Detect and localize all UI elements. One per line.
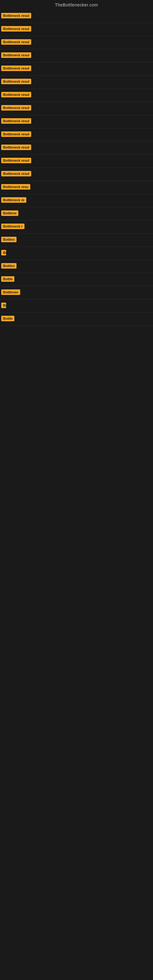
- bottleneck-row[interactable]: Bottleneck resul: [0, 128, 153, 142]
- bottleneck-row[interactable]: Bottlene: [0, 207, 153, 221]
- bottleneck-badge[interactable]: Bottle: [1, 316, 14, 321]
- bottleneck-badge[interactable]: Bottleneck r: [1, 224, 24, 229]
- bottleneck-row[interactable]: Bo: [0, 299, 153, 313]
- bottleneck-row[interactable]: Bottleneck resul: [0, 155, 153, 168]
- bottleneck-badge[interactable]: Bottle: [1, 276, 14, 282]
- bottleneck-badge[interactable]: Bo: [1, 302, 6, 308]
- bottleneck-row[interactable]: Bottle: [0, 313, 153, 326]
- bottleneck-badge[interactable]: Bottleneck resul: [1, 52, 31, 58]
- bottleneck-badge[interactable]: Bottleneck resul: [1, 158, 31, 163]
- bottleneck-row[interactable]: Bottleneck resul: [0, 142, 153, 155]
- bottleneck-row[interactable]: Bottleneck resul: [0, 115, 153, 128]
- bottleneck-badge[interactable]: Bottleneck resul: [1, 26, 31, 32]
- bottleneck-row[interactable]: Bottleneck resul: [0, 62, 153, 76]
- bottleneck-badge[interactable]: Bottleneck resul: [1, 92, 31, 97]
- bottleneck-badge[interactable]: Bo: [1, 250, 6, 255]
- bottleneck-badge[interactable]: Bottleneck resul: [1, 118, 31, 124]
- bottleneck-row[interactable]: Bo: [0, 247, 153, 260]
- site-title: TheBottlenecker.com: [0, 0, 153, 9]
- site-header: TheBottlenecker.com: [0, 0, 153, 9]
- bottleneck-badge[interactable]: Bottlene: [1, 210, 18, 216]
- bottleneck-badge[interactable]: Bottleneck resul: [1, 13, 31, 18]
- bottleneck-row[interactable]: Bottleneck resul: [0, 76, 153, 89]
- bottleneck-row[interactable]: Bottleneck resul: [0, 9, 153, 23]
- bottleneck-badge[interactable]: Bottlen: [1, 237, 16, 242]
- bottleneck-row[interactable]: Bottleneck resul: [0, 168, 153, 181]
- bottleneck-badge[interactable]: Bottlen: [1, 263, 16, 269]
- bottleneck-row[interactable]: Bottlen: [0, 260, 153, 273]
- bottleneck-row[interactable]: Bottleneck re: [0, 194, 153, 207]
- bottleneck-row[interactable]: Bottleneck resu: [0, 181, 153, 194]
- bottleneck-badge[interactable]: Bottleneck re: [1, 197, 26, 203]
- bottleneck-row[interactable]: Bottlen: [0, 234, 153, 247]
- bottleneck-row[interactable]: Bottleneck resul: [0, 49, 153, 62]
- bottleneck-row[interactable]: Bottleneck resul: [0, 36, 153, 49]
- bottleneck-row[interactable]: Bottleneck resul: [0, 23, 153, 36]
- bottleneck-badge[interactable]: Bottleneck resul: [1, 79, 31, 84]
- bottleneck-badge[interactable]: Bottleneck resu: [1, 184, 30, 189]
- bottleneck-row[interactable]: Bottleneck r: [0, 221, 153, 234]
- bottleneck-row[interactable]: Bottleneck resul: [0, 89, 153, 102]
- bottleneck-badge[interactable]: Bottleneck resul: [1, 131, 31, 137]
- bottleneck-badge[interactable]: Bottleneck resul: [1, 105, 31, 111]
- bottleneck-badge[interactable]: Bottleneck resul: [1, 171, 31, 177]
- bottleneck-row[interactable]: Bottlenec: [0, 286, 153, 299]
- bottleneck-row[interactable]: Bottle: [0, 273, 153, 286]
- bottleneck-badge[interactable]: Bottleneck resul: [1, 145, 31, 150]
- bottleneck-badge[interactable]: Bottleneck resul: [1, 39, 31, 45]
- bottleneck-list: Bottleneck resulBottleneck resulBottlene…: [0, 9, 153, 326]
- bottleneck-row[interactable]: Bottleneck resul: [0, 102, 153, 115]
- bottleneck-badge[interactable]: Bottleneck resul: [1, 65, 31, 71]
- bottleneck-badge[interactable]: Bottlenec: [1, 290, 20, 295]
